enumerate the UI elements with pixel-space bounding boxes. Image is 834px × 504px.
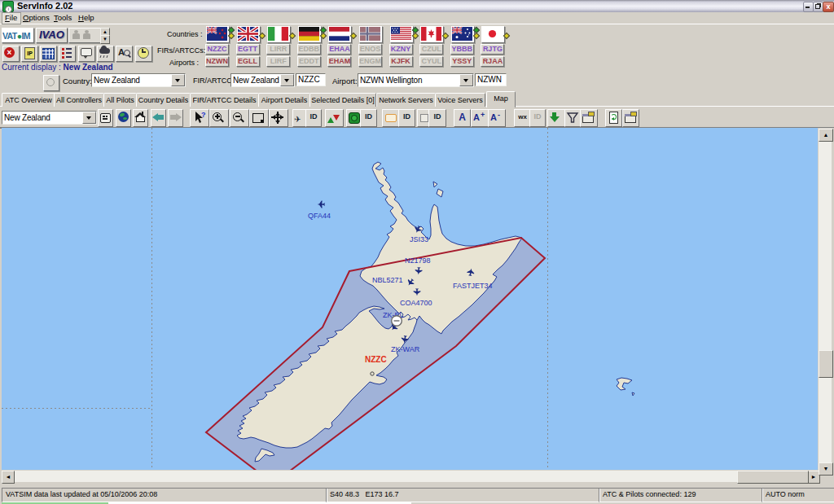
svg-text:?: ? <box>201 111 206 119</box>
svg-text:NZZC: NZZC <box>365 355 387 364</box>
svg-text:ZK-WAR: ZK-WAR <box>391 345 420 353</box>
svg-text:COA4700: COA4700 <box>400 299 432 307</box>
svg-text:QFA44: QFA44 <box>308 212 331 220</box>
svg-text:JSI33: JSI33 <box>410 235 428 243</box>
svg-text:N21798: N21798 <box>405 256 431 265</box>
svg-text:NBL5271: NBL5271 <box>372 276 403 284</box>
svg-text:FASTJET34: FASTJET34 <box>453 282 493 290</box>
